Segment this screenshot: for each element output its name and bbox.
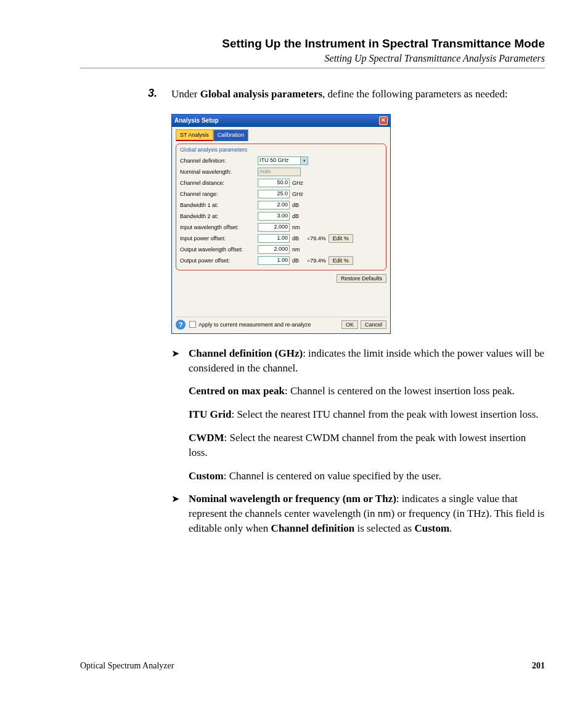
apply-checkbox[interactable] [189, 321, 196, 328]
bandwidth1-input[interactable]: 2.00 [258, 201, 290, 209]
output-wavelength-offset-label: Output wavelength offset: [180, 246, 258, 253]
chevron-down-icon[interactable]: ▾ [301, 156, 308, 165]
channel-definition-label: Channel definition: [180, 158, 258, 164]
nominal-wavelength-label: Nominal wavelength: [180, 169, 258, 175]
channel-range-label: Channel range: [180, 191, 258, 197]
output-power-offset-unit: dB [292, 258, 304, 264]
ok-button[interactable]: OK [341, 320, 358, 329]
para-itu-grid: ITU Grid: Select the nearest ITU channel… [189, 407, 545, 422]
apply-checkbox-label: Apply to current measurement and re-anal… [198, 322, 339, 328]
global-analysis-groupbox: Global analysis parameters Channel defin… [176, 144, 386, 270]
bullet-arrow-icon: ➤ [171, 492, 189, 535]
para-centred-max-peak: Centred on max peak: Channel is centered… [189, 384, 545, 399]
step-text: Under Global analysis parameters, define… [171, 87, 508, 102]
input-power-offset-input[interactable]: 1.00 [258, 234, 290, 243]
input-power-offset-label: Input power offset: [180, 235, 258, 241]
tab-calibration[interactable]: Calibration [213, 129, 248, 141]
close-icon[interactable]: ✕ [379, 116, 388, 125]
bandwidth1-unit: dB [292, 202, 304, 208]
page-header-subtitle: Setting Up Spectral Transmittance Analys… [80, 53, 545, 64]
output-power-offset-input[interactable]: 1.00 [258, 256, 290, 265]
bullet-arrow-icon: ➤ [171, 346, 189, 376]
header-divider [80, 68, 545, 68]
bandwidth2-label: Bandwidth 2 at: [180, 213, 258, 219]
nominal-wavelength-input: Auto [258, 168, 301, 176]
step-number: 3. [148, 87, 171, 102]
bullet-channel-definition: Channel definition (GHz): indicates the … [189, 346, 545, 376]
channel-definition-select[interactable]: ITU 50 GHz [258, 156, 301, 165]
footer-page-number: 201 [532, 661, 545, 671]
bandwidth2-input[interactable]: 3.00 [258, 212, 290, 221]
input-power-offset-pct: =79.4% [307, 235, 326, 241]
bandwidth1-label: Bandwidth 1 at: [180, 202, 258, 208]
dialog-title: Analysis Setup [174, 117, 379, 124]
bandwidth2-unit: dB [292, 213, 304, 219]
dialog-titlebar: Analysis Setup ✕ [172, 115, 390, 127]
cancel-button[interactable]: Cancel [361, 320, 386, 329]
edit-pct-button-output[interactable]: Edit % [329, 256, 353, 265]
restore-defaults-button[interactable]: Restore Defaults [337, 274, 386, 283]
channel-distance-label: Channel distance: [180, 180, 258, 186]
output-power-offset-label: Output power offset: [180, 258, 258, 264]
bullet-nominal-wavelength: Nominal wavelength or frequency (nm or T… [189, 492, 545, 535]
channel-range-unit: GHz [292, 191, 304, 197]
channel-distance-unit: GHz [292, 180, 304, 186]
channel-range-input[interactable]: 25.0 [258, 190, 290, 198]
edit-pct-button-input[interactable]: Edit % [329, 234, 353, 243]
output-wavelength-offset-unit: nm [292, 246, 304, 253]
tab-st-analysis[interactable]: ST Analysis [176, 129, 213, 141]
input-power-offset-unit: dB [292, 235, 304, 241]
footer-product-name: Optical Spectrum Analyzer [80, 661, 174, 671]
input-wavelength-offset-unit: nm [292, 224, 304, 230]
output-power-offset-pct: =79.4% [307, 258, 326, 264]
para-cwdm: CWDM: Select the nearest CWDM channel fr… [189, 431, 545, 460]
input-wavelength-offset-input[interactable]: 2.000 [258, 223, 290, 232]
help-icon[interactable]: ? [176, 320, 186, 330]
para-custom: Custom: Channel is centered on value spe… [189, 469, 545, 484]
input-wavelength-offset-label: Input wavelength offset: [180, 224, 258, 230]
page-header-title: Setting Up the Instrument in Spectral Tr… [80, 37, 545, 51]
channel-distance-input[interactable]: 50.0 [258, 179, 290, 187]
output-wavelength-offset-input[interactable]: 2.000 [258, 245, 290, 254]
analysis-setup-dialog: Analysis Setup ✕ ST Analysis Calibration… [171, 114, 391, 334]
groupbox-title: Global analysis parameters [180, 147, 382, 153]
